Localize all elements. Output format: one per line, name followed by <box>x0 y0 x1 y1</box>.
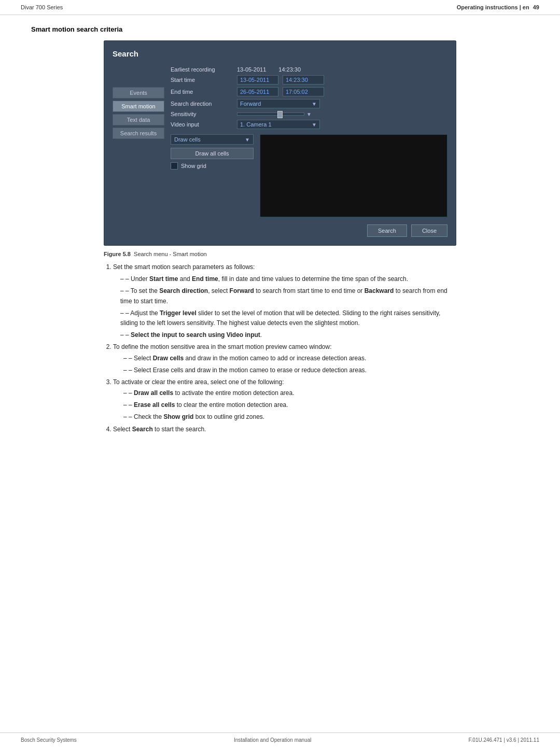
figure-caption-desc: Search menu - Smart motion <box>132 251 207 257</box>
instruction-bullet-3: – Adjust the Trigger level slider to set… <box>120 308 456 328</box>
input-end-date[interactable]: 26-05-2011 <box>237 87 278 96</box>
page-footer: Bosch Security Systems Installation and … <box>0 732 560 747</box>
search-button[interactable]: Search <box>367 224 407 237</box>
chevron-down-icon-3: ▼ <box>245 137 250 143</box>
label-earliest: Earliest recording <box>171 66 233 73</box>
sub-bullet-2-2: – Select Erase cells and draw in the mot… <box>123 365 456 375</box>
instruction-4: Select Search to start the search. <box>113 425 456 434</box>
sensitivity-slider-container: ▼ <box>237 111 312 117</box>
show-grid-row: Show grid <box>171 162 254 170</box>
draw-cells-label: Draw cells <box>174 136 201 143</box>
dialog-title: Search <box>113 49 447 58</box>
nav-sidebar: Events Smart motion Text data Search res… <box>113 87 164 217</box>
video-preview <box>260 134 447 217</box>
close-button[interactable]: Close <box>411 224 447 237</box>
label-search-direction: Search direction <box>171 101 233 107</box>
value-earliest-date: 13-05-2011 <box>237 66 266 73</box>
content-panel: Earliest recording 13-05-2011 14:23:30 S… <box>171 66 447 217</box>
company-name: Divar 700 Series <box>21 4 63 10</box>
label-video-input: Video input <box>171 121 233 128</box>
instruction-bullet-4: – Select the input to search using Video… <box>120 330 456 340</box>
dropdown-search-direction[interactable]: Forward ▼ <box>237 99 320 108</box>
page-number: 49 <box>533 4 539 10</box>
footer-right: F.01U.246.471 | v3.6 | 2011.11 <box>469 737 539 743</box>
chevron-down-icon: ▼ <box>312 101 317 107</box>
section-title: Smart motion search criteria <box>31 25 529 33</box>
dropdown-video-input[interactable]: 1. Camera 1 ▼ <box>237 120 320 129</box>
form-row-sensitivity: Sensitivity ▼ <box>171 111 447 117</box>
page-info: Operating instructions | en 49 <box>455 4 539 10</box>
draw-all-cells-button[interactable]: Draw all cells <box>171 148 254 159</box>
dropdown-value-video: 1. Camera 1 <box>240 121 272 128</box>
operating-instructions-label: Operating instructions | en <box>457 4 529 10</box>
nav-item-search-results[interactable]: Search results <box>113 128 164 139</box>
search-dialog: Search Events Smart motion Text data Sea… <box>104 40 456 246</box>
slider-arrow-icon: ▼ <box>306 111 312 117</box>
sub-bullet-3-3: – Check the Show grid box to outline gri… <box>123 412 456 422</box>
figure-caption-label: Figure 5.8 <box>104 251 131 257</box>
form-row-search-direction: Search direction Forward ▼ <box>171 99 447 108</box>
sub-bullet-3-2: – Erase all cells to clear the entire mo… <box>123 400 456 410</box>
form-row-end-time: End time 26-05-2011 17:05:02 <box>171 87 447 96</box>
instruction-3: To activate or clear the entire area, se… <box>113 377 456 422</box>
form-row-video-input: Video input 1. Camera 1 ▼ <box>171 120 447 129</box>
form-row-earliest: Earliest recording 13-05-2011 14:23:30 <box>171 66 447 73</box>
nav-item-smart-motion[interactable]: Smart motion <box>113 101 164 112</box>
sub-bullet-2-1: – Select Draw cells and draw in the moti… <box>123 354 456 363</box>
nav-item-events[interactable]: Events <box>113 87 164 98</box>
nav-item-text-data[interactable]: Text data <box>113 114 164 125</box>
sensitivity-slider-track[interactable] <box>237 112 304 116</box>
sub-bullet-3-1: – Draw all cells to activate the entire … <box>123 388 456 398</box>
left-controls: Draw cells ▼ Draw all cells Show grid <box>171 134 254 170</box>
instruction-bullet-1: – Under Start time and End time, fill in… <box>120 274 456 284</box>
instruction-2: To define the motion sensitive area in t… <box>113 342 456 375</box>
show-grid-checkbox[interactable] <box>171 162 178 170</box>
input-start-time[interactable]: 14:23:30 <box>283 75 324 84</box>
dialog-footer: Search Close <box>113 224 447 237</box>
dialog-body: Events Smart motion Text data Search res… <box>113 66 447 217</box>
chevron-down-icon-2: ▼ <box>312 122 317 128</box>
form-fields: Earliest recording 13-05-2011 14:23:30 S… <box>171 66 447 129</box>
show-grid-label: Show grid <box>181 163 206 169</box>
instruction-1: Set the smart motion search parameters a… <box>113 262 456 272</box>
bottom-controls: Draw cells ▼ Draw all cells Show grid <box>171 134 447 217</box>
value-earliest-time: 14:23:30 <box>278 66 301 73</box>
label-end-time: End time <box>171 89 233 95</box>
form-row-start-time: Start time 13-05-2011 14:23:30 <box>171 75 447 84</box>
footer-left: Bosch Security Systems <box>21 737 77 743</box>
main-content: Smart motion search criteria Search Even… <box>0 15 560 450</box>
sensitivity-slider-thumb[interactable] <box>277 111 283 118</box>
draw-cells-dropdown[interactable]: Draw cells ▼ <box>171 134 254 145</box>
instruction-bullet-2: – To set the Search direction, select Fo… <box>120 286 456 306</box>
figure-caption: Figure 5.8 Search menu - Smart motion <box>104 251 456 257</box>
input-start-date[interactable]: 13-05-2011 <box>237 75 278 84</box>
label-sensitivity: Sensitivity <box>171 111 233 117</box>
instructions: Set the smart motion search parameters a… <box>104 262 456 434</box>
page-header: Divar 700 Series Operating instructions … <box>0 0 560 15</box>
label-start-time: Start time <box>171 77 233 83</box>
dropdown-value-direction: Forward <box>240 101 261 107</box>
footer-center: Installation and Operation manual <box>234 737 312 743</box>
input-end-time[interactable]: 17:05:02 <box>283 87 324 96</box>
